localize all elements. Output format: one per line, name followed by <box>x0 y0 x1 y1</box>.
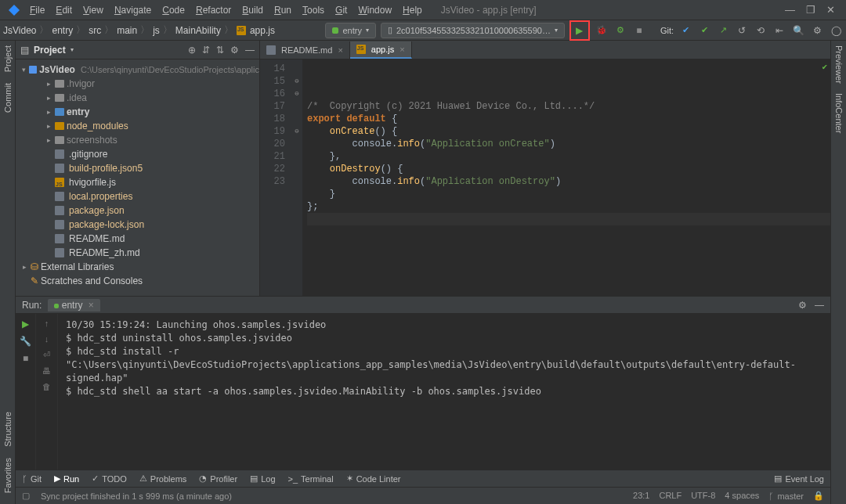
locate-icon[interactable]: ⊕ <box>188 45 196 56</box>
code-line[interactable]: /* Copyright (c) 2021 Huawei Device Co.,… <box>307 100 830 113</box>
search-icon[interactable]: 🔍 <box>791 23 805 38</box>
menu-build[interactable]: Build <box>237 3 268 17</box>
maximize-icon[interactable]: ❐ <box>806 4 815 16</box>
hide-icon[interactable]: — <box>245 45 255 56</box>
indent[interactable]: 4 spaces <box>725 491 759 501</box>
tree-root[interactable]: ▾ JsVideo C:\Users\qinyunti\DevEcoStudio… <box>16 63 259 77</box>
menu-git[interactable]: Git <box>331 3 352 17</box>
lock-icon[interactable]: 🔒 <box>813 491 824 501</box>
fold-gutter[interactable]: ⊖⊖⊖ <box>291 59 302 296</box>
code-line[interactable]: console.info("Application onDestroy") <box>307 175 830 188</box>
expand-arrow-icon[interactable]: ▸ <box>45 120 52 132</box>
inspection-ok-icon[interactable]: ✔ <box>822 61 827 74</box>
gear-icon[interactable]: ⚙ <box>230 45 239 56</box>
menu-refactor[interactable]: Refactor <box>191 3 236 17</box>
run-config-combo[interactable]: entry ▾ <box>325 23 375 38</box>
code-line[interactable]: onDestroy() { <box>307 163 830 175</box>
tool-window-problems[interactable]: ⚠Problems <box>139 473 186 484</box>
rollback-icon[interactable]: ⟲ <box>754 23 768 38</box>
run-tab[interactable]: entry × <box>48 299 99 311</box>
run-output[interactable]: 10/30 15:19:24: Launching ohos.samples.j… <box>58 314 830 470</box>
breadcrumb-item[interactable]: main <box>117 25 137 36</box>
wrap-icon[interactable]: ⏎ <box>43 350 50 360</box>
tool-window-run[interactable]: ▶Run <box>54 473 79 484</box>
expand-arrow-icon[interactable]: ▸ <box>45 77 52 90</box>
line-separator[interactable]: CRLF <box>659 491 682 501</box>
code-line[interactable]: } <box>307 188 830 200</box>
minimize-icon[interactable]: — <box>785 4 795 16</box>
structure-tab[interactable]: Structure <box>2 407 14 452</box>
collapse-all-icon[interactable]: ⇅ <box>216 45 224 56</box>
chevron-down-icon[interactable]: ▾ <box>70 46 74 53</box>
menu-file[interactable]: File <box>25 3 49 17</box>
tool-window-todo[interactable]: ✓TODO <box>92 473 127 484</box>
console-line[interactable]: 10/30 15:19:24: Launching ohos.samples.j… <box>66 319 822 332</box>
external-libraries[interactable]: ▸ ⛁ External Libraries <box>16 260 259 274</box>
menu-window[interactable]: Window <box>353 3 396 17</box>
console-line[interactable]: $ hdc_std uninstall ohos.samples.jsvideo <box>66 332 822 345</box>
git-update-icon[interactable]: ✔ <box>678 23 692 38</box>
code-line[interactable]: }; <box>307 200 830 213</box>
tree-item[interactable]: ▸.idea <box>16 91 259 105</box>
up-icon[interactable]: ↑ <box>45 319 49 328</box>
tool-window-log[interactable]: ▤Log <box>250 473 275 484</box>
tool-window-profiler[interactable]: ◔Profiler <box>199 473 237 484</box>
run-button[interactable]: ▶ <box>573 23 587 38</box>
menu-help[interactable]: Help <box>398 3 427 17</box>
cursor-position[interactable]: 23:1 <box>633 491 649 501</box>
code-area[interactable]: 14151617181920212223 ⊖⊖⊖ ✔ /* Copyright … <box>260 59 830 296</box>
settings-icon[interactable]: ⚙ <box>810 23 824 38</box>
tree-item[interactable]: ▸screenshots <box>16 133 259 147</box>
breadcrumb-item[interactable]: js <box>153 25 160 36</box>
stop-button[interactable]: ■ <box>632 23 646 38</box>
rerun-icon[interactable]: ▶ <box>22 319 29 329</box>
breadcrumb-item[interactable]: app.js <box>250 25 275 36</box>
git-push-icon[interactable]: ↗ <box>716 23 730 38</box>
tool-window-git[interactable]: ᚴGit <box>22 474 42 484</box>
wrench-icon[interactable]: 🔧 <box>20 336 31 347</box>
profile-icon[interactable]: ◯ <box>829 23 843 38</box>
close-icon[interactable]: ✕ <box>826 4 835 16</box>
tree-item[interactable]: README.md <box>16 232 259 246</box>
stop-icon[interactable]: ■ <box>23 353 28 364</box>
tree-item[interactable]: local.properties <box>16 189 259 203</box>
commit-tab[interactable]: Commit <box>2 78 14 117</box>
tree-item[interactable]: .gitignore <box>16 147 259 161</box>
expand-all-icon[interactable]: ⇵ <box>202 45 210 56</box>
menu-navigate[interactable]: Navigate <box>110 3 156 17</box>
git-commit-icon[interactable]: ✔ <box>697 23 711 38</box>
menu-tools[interactable]: Tools <box>298 3 329 17</box>
favorites-tab[interactable]: Favorites <box>2 453 14 498</box>
trash-icon[interactable]: 🗑 <box>42 382 51 391</box>
code-line[interactable] <box>307 213 830 225</box>
tree-item[interactable]: ▸.hvigor <box>16 77 259 91</box>
code-content[interactable]: ✔ /* Copyright (c) 2021 Huawei Device Co… <box>302 59 830 296</box>
menu-run[interactable]: Run <box>269 3 296 17</box>
attach-debugger-button[interactable]: ⚙ <box>613 23 627 38</box>
infocenter-tab[interactable]: InfoCenter <box>833 88 845 138</box>
git-branch[interactable]: ᚴ master <box>768 491 804 501</box>
scratches[interactable]: ✎ Scratches and Consoles <box>16 274 259 288</box>
encoding[interactable]: UTF-8 <box>691 491 715 501</box>
project-header[interactable]: Project <box>34 45 66 56</box>
breadcrumb-item[interactable]: JsVideo <box>3 25 36 36</box>
hide-icon[interactable]: — <box>815 300 824 311</box>
previewer-tab[interactable]: Previewer <box>833 41 845 88</box>
console-line[interactable]: $ hdc_std shell aa start -a ohos.samples… <box>66 385 822 398</box>
event-log[interactable]: ▤Event Log <box>774 473 824 484</box>
code-line[interactable]: console.info("Application onCreate") <box>307 138 830 150</box>
print-icon[interactable]: 🖶 <box>42 366 51 376</box>
menu-code[interactable]: Code <box>157 3 190 17</box>
close-icon[interactable]: × <box>338 45 342 55</box>
breadcrumb[interactable]: JsVideo〉entry〉src〉main〉js〉MainAbility〉ap… <box>3 23 275 37</box>
breadcrumb-item[interactable]: MainAbility <box>175 25 221 36</box>
tree-item[interactable]: package-lock.json <box>16 218 259 232</box>
menu-view[interactable]: View <box>78 3 108 17</box>
code-line[interactable]: export default { <box>307 113 830 125</box>
project-tab[interactable]: Project <box>2 41 14 77</box>
tree-item[interactable]: build-profile.json5 <box>16 161 259 175</box>
breadcrumb-item[interactable]: entry <box>52 25 73 36</box>
tree-item[interactable]: ▸node_modules <box>16 119 259 133</box>
tree-item[interactable]: ▸entry <box>16 105 259 119</box>
gear-icon[interactable]: ⚙ <box>798 300 807 311</box>
